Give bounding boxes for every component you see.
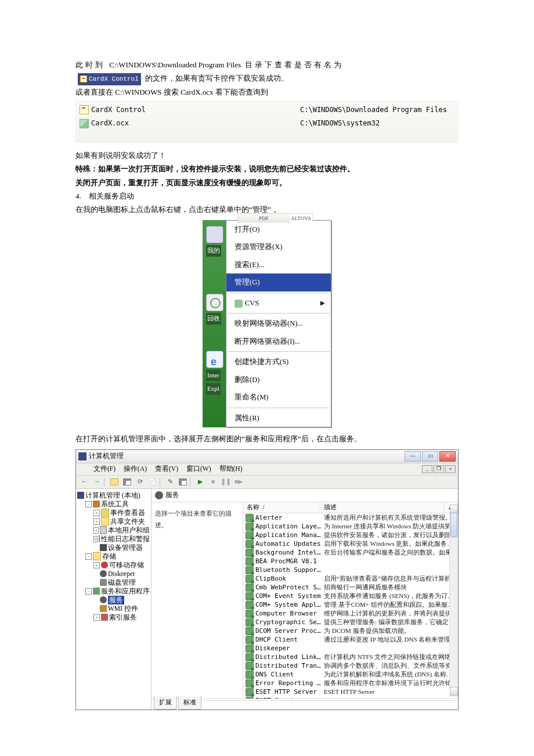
menu-help[interactable]: 帮助(H)	[219, 463, 243, 475]
mdi-close-button[interactable]: ×	[445, 465, 456, 473]
mdi-restore-button[interactable]: ❐	[434, 465, 444, 473]
view-button[interactable]	[121, 476, 133, 488]
service-row[interactable]: Error Reporting Se...服务和应用程序在非标准环境下运行时允许…	[243, 679, 458, 687]
menu-item-rename[interactable]: 重命名(M)	[226, 388, 331, 406]
service-icon	[246, 531, 254, 539]
service-name: Bluetooth Support ...	[255, 566, 324, 574]
tree-node-index[interactable]: +索引服务	[77, 613, 150, 622]
scroll-thumb[interactable]	[450, 513, 457, 537]
service-row[interactable]: DCOM Server Proces...为 DCOM 服务提供加载功能。	[243, 627, 458, 635]
tree-node-users[interactable]: +本地用户和组	[77, 526, 150, 535]
back-button[interactable]: ←	[78, 476, 90, 488]
menu-item-map-drive[interactable]: 映射网络驱动器(N)...	[226, 315, 331, 333]
service-row[interactable]: Automatic Updates启用下载和安装 Windows 更新。如果此服…	[243, 539, 458, 548]
service-row[interactable]: Background Intelli...在后台传输客户端和服务器之间的数据。如…	[243, 548, 458, 557]
column-name[interactable]: 名称 /	[243, 502, 320, 513]
service-row[interactable]: DNS Client为此计算机解析和缓冲域名系统 (DNS) 名称。如果此服务.…	[243, 670, 458, 679]
cardx-control-badge: CardX Control	[78, 73, 141, 86]
menu-action[interactable]: 操作(A)	[124, 463, 147, 475]
service-desc: 提供三种管理服务: 编录数据库服务，它确定 Windows 文...	[324, 618, 458, 627]
tree-node-event[interactable]: +事件查看器	[77, 509, 150, 517]
tree-node-svcapps[interactable]: -服务和应用程序	[77, 587, 150, 596]
menu-item-cvs[interactable]: CVS ▶	[226, 294, 331, 312]
service-row[interactable]: ESET ServiceESET Service	[243, 696, 458, 699]
column-headers[interactable]: 名称 / 描述 ▲	[243, 502, 458, 513]
pause-service-button[interactable]: ❚❚	[220, 476, 232, 488]
service-name: Automatic Updates	[255, 539, 324, 548]
service-row[interactable]: ESET HTTP ServerESET HTTP Server	[243, 687, 458, 696]
minimize-button[interactable]: —	[405, 451, 421, 462]
menu-window[interactable]: 窗口(W)	[186, 463, 211, 475]
menu-file[interactable]: 文件(F)	[93, 463, 116, 475]
icon-label: Inter	[206, 370, 221, 381]
tree-node-systools[interactable]: -系统工具	[77, 500, 150, 509]
service-row[interactable]: DHCP Client通过注册和更改 IP 地址以及 DNS 名称来管理网络配置…	[243, 635, 458, 644]
service-desc: 通知所选用户和计算机有关系统管理级警报。如果服务停...	[324, 513, 458, 522]
menu-item-shortcut[interactable]: 创建快捷方式(S)	[226, 353, 331, 371]
ocx-icon	[80, 75, 87, 82]
ie-icon[interactable]: Inter Expl	[206, 351, 223, 395]
menu-view[interactable]: 查看(V)	[155, 463, 178, 475]
tree-view[interactable]: 计算机管理 (本地) -系统工具 +事件查看器 +共享文件夹 +本地用户和组 +…	[76, 489, 151, 710]
menu-item-properties[interactable]: 属性(R)	[226, 409, 331, 427]
close-button[interactable]: ✕	[439, 451, 456, 462]
service-icon	[246, 679, 254, 687]
list-item[interactable]: CardX Control C:\WINDOWS\Downloaded Prog…	[80, 103, 454, 117]
tree-node-wmi[interactable]: WMI 控件	[77, 604, 150, 613]
service-row[interactable]: COM+ Event System支持系统事件通知服务 (SENS)，此服务为订…	[243, 592, 458, 600]
services-list[interactable]: 名称 / 描述 ▲ Alerter通知所选用户和计算机有关系统管理级警报。如果服…	[243, 502, 458, 699]
service-row[interactable]: Computer Browser维护网络上计算机的更新列表，并将列表提供给计算机…	[243, 609, 458, 618]
help-button[interactable]	[177, 476, 189, 488]
tree-node-diskeeper[interactable]: Diskeeper	[77, 570, 150, 578]
service-row[interactable]: Diskeeper	[243, 644, 458, 653]
my-computer-icon[interactable]: 我的	[206, 226, 223, 257]
start-service-button[interactable]: ▶	[194, 476, 206, 488]
properties-button[interactable]: ✎	[164, 476, 176, 488]
service-row[interactable]: Application Manage...提供软件安装服务，诸如分派，发行以及删…	[243, 531, 458, 539]
maximize-button[interactable]: ▭	[422, 451, 438, 462]
service-row[interactable]: ClipBook启用“剪贴簿查看器”储存信息并与远程计算机共享。如...	[243, 574, 458, 583]
service-icon	[246, 566, 254, 574]
restart-service-button[interactable]: ■▶	[233, 476, 244, 488]
column-desc[interactable]: 描述	[320, 502, 444, 513]
up-folder-button[interactable]	[109, 476, 120, 488]
tab-standard[interactable]: 标准	[178, 696, 201, 710]
list-item[interactable]: CardX.ocx C:\WINDOWS\system32	[80, 117, 454, 131]
tree-node-shares[interactable]: +共享文件夹	[77, 517, 150, 526]
menu-item-disconnect-drive[interactable]: 断开网络驱动器(I)...	[226, 333, 331, 351]
service-row[interactable]: Distributed Transa...协调跨多个数据库、消息队列、文件系统等…	[243, 661, 458, 670]
export-button[interactable]: 📄	[147, 476, 158, 488]
tree-node-device[interactable]: 设备管理器	[77, 543, 150, 552]
window-titlebar[interactable]: 计算机管理 — ▭ ✕	[76, 450, 458, 463]
tree-node-root[interactable]: 计算机管理 (本地)	[77, 491, 150, 500]
tree-node-services[interactable]: 服务	[77, 596, 150, 604]
menu-item-manage[interactable]: 管理(G)	[226, 273, 331, 291]
refresh-button[interactable]: ⟳	[134, 476, 146, 488]
tree-node-storage[interactable]: -存储	[77, 552, 150, 561]
menu-bar: 文件(F) 操作(A) 查看(V) 窗口(W) 帮助(H) _ ❐ ×	[76, 463, 458, 476]
context-menu: 打开(O) 资源管理器(X) 搜索(E)... 管理(G) CVS ▶ 映射网络…	[226, 220, 331, 428]
tab-extended[interactable]: 扩展	[154, 696, 177, 710]
service-row[interactable]: Bluetooth Support ...	[243, 566, 458, 574]
service-name: Distributed Transa...	[255, 661, 324, 670]
recycle-bin-icon[interactable]: 回收	[206, 294, 223, 325]
service-row[interactable]: BEA ProcMGR V8.1	[243, 557, 458, 566]
menu-item-open[interactable]: 打开(O)	[226, 221, 331, 239]
vertical-scrollbar[interactable]	[449, 513, 458, 688]
cvs-icon	[234, 300, 243, 308]
stop-service-button[interactable]: ■	[207, 476, 219, 488]
service-row[interactable]: Alerter通知所选用户和计算机有关系统管理级警报。如果服务停...	[243, 513, 458, 522]
service-row[interactable]: Cryptographic Serv...提供三种管理服务: 编录数据库服务，它…	[243, 618, 458, 627]
menu-item-explorer[interactable]: 资源管理器(X)	[226, 238, 331, 256]
service-row[interactable]: COM+ System Applic...管理 基于COM+ 组件的配置和跟踪。…	[243, 600, 458, 609]
forward-button[interactable]: →	[91, 476, 103, 488]
tree-node-removable[interactable]: +可移动存储	[77, 561, 150, 570]
service-row[interactable]: Application Layer ...为 Internet 连接共享和 Wi…	[243, 522, 458, 531]
service-row[interactable]: Distributed Link T...在计算机内 NTFS 文件之间保持链接…	[243, 653, 458, 661]
menu-item-delete[interactable]: 删除(D)	[226, 371, 331, 389]
tree-node-diskmgmt[interactable]: 磁盘管理	[77, 578, 150, 587]
mdi-minimize-button[interactable]: _	[422, 465, 432, 473]
menu-item-search[interactable]: 搜索(E)...	[226, 256, 331, 274]
tree-node-perf[interactable]: +性能日志和警报	[77, 535, 150, 543]
service-row[interactable]: Cmb WebProtect Sup...招商银行一网通网盾服务模块	[243, 583, 458, 592]
